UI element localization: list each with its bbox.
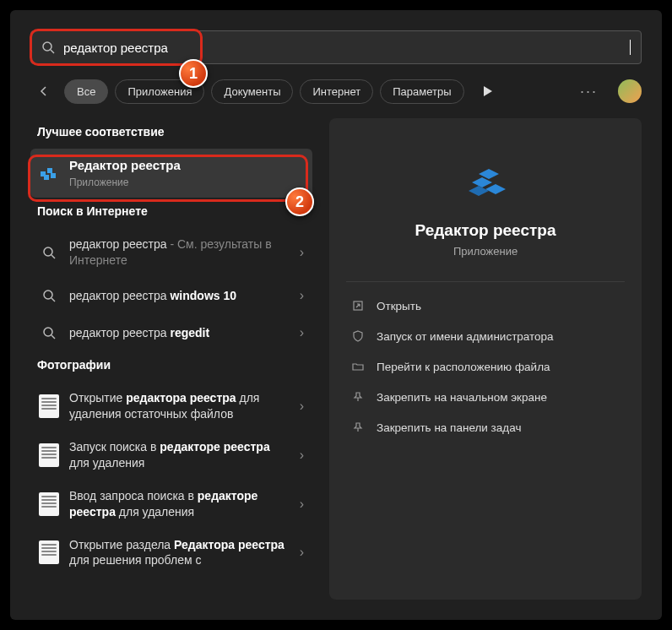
svg-line-1: [51, 50, 54, 53]
photo-result-text: Открытие раздела Редактора реестра для р…: [69, 537, 290, 569]
tab-apps[interactable]: Приложения: [115, 79, 204, 104]
play-icon: [484, 86, 492, 96]
divider: [346, 281, 625, 282]
results-column: Лучшее соответствие Редактор реестра При…: [10, 118, 322, 620]
chevron-right-icon: ›: [300, 545, 304, 560]
arrow-left-icon: [37, 84, 51, 98]
section-best-match: Лучшее соответствие: [30, 118, 312, 149]
tabs-row: Все Приложения Документы Интернет Параме…: [10, 71, 662, 118]
action-open[interactable]: Открыть: [346, 291, 625, 321]
chevron-right-icon: ›: [300, 245, 304, 260]
pin-icon: [351, 390, 365, 404]
best-match-title: Редактор реестра: [69, 157, 304, 174]
action-label: Открыть: [377, 300, 421, 312]
tab-all[interactable]: Все: [64, 79, 108, 104]
preview-title: Редактор реестра: [415, 221, 556, 240]
section-photos: Фотографии: [30, 351, 312, 382]
regedit-icon: [39, 163, 59, 183]
svg-point-10: [44, 328, 52, 336]
web-result[interactable]: редактор реестра windows 10 ›: [30, 277, 312, 314]
web-result-text: редактор реестра - См. результаты в Инте…: [69, 236, 290, 269]
text-caret: [630, 40, 631, 55]
document-thumb-icon: [39, 443, 59, 467]
chevron-right-icon: ›: [300, 399, 304, 414]
web-result-text: редактор реестра windows 10: [69, 288, 290, 304]
chevron-right-icon: ›: [300, 325, 304, 340]
action-run-as-admin[interactable]: Запуск от имени администратора: [346, 321, 625, 351]
tab-settings[interactable]: Параметры: [380, 79, 463, 104]
folder-icon: [351, 360, 365, 373]
web-result[interactable]: редактор реестра - См. результаты в Инте…: [30, 228, 312, 277]
svg-rect-5: [51, 173, 56, 178]
tab-internet[interactable]: Интернет: [300, 79, 373, 104]
document-thumb-icon: [39, 540, 59, 564]
web-result[interactable]: редактор реестра regedit ›: [30, 314, 312, 351]
best-match-text: Редактор реестра Приложение: [69, 157, 304, 189]
chevron-right-icon: ›: [300, 448, 304, 463]
action-label: Закрепить на панели задач: [377, 421, 521, 434]
tab-documents[interactable]: Документы: [211, 79, 293, 104]
more-tabs-button[interactable]: [474, 78, 501, 105]
chevron-right-icon: ›: [300, 288, 304, 303]
search-window: редактор реестра Все Приложения Документ…: [10, 10, 662, 620]
document-thumb-icon: [39, 394, 59, 418]
search-icon: [39, 242, 59, 263]
web-result-text: редактор реестра regedit: [69, 325, 290, 341]
preview-subtitle: Приложение: [453, 245, 518, 258]
photo-result[interactable]: Ввод запроса поиска в редакторе реестра …: [30, 480, 312, 529]
back-button[interactable]: [30, 78, 57, 105]
svg-rect-3: [47, 168, 52, 173]
svg-point-6: [44, 247, 52, 256]
action-pin-start[interactable]: Закрепить на начальном экране: [346, 382, 625, 412]
photo-result-text: Ввод запроса поиска в редакторе реестра …: [69, 488, 290, 520]
svg-point-0: [43, 42, 51, 51]
preview-head: Редактор реестра Приложение: [346, 138, 625, 281]
search-icon: [39, 323, 59, 343]
pin-icon: [351, 421, 365, 434]
search-icon: [39, 285, 59, 306]
photo-result[interactable]: Запуск поиска в редакторе реестра для уд…: [30, 431, 312, 480]
svg-line-9: [51, 298, 55, 301]
more-options-button[interactable]: ···: [573, 83, 604, 100]
search-box[interactable]: редактор реестра: [30, 30, 642, 64]
action-open-location[interactable]: Перейти к расположению файла: [346, 351, 625, 382]
avatar[interactable]: [618, 79, 642, 103]
search-icon: [41, 41, 55, 54]
photo-result[interactable]: Открытие редактора реестра для удаления …: [30, 382, 312, 431]
content: Лучшее соответствие Редактор реестра При…: [10, 118, 662, 620]
shield-icon: [351, 329, 365, 343]
action-label: Закрепить на начальном экране: [377, 391, 547, 404]
section-web-search: Поиск в Интернете: [30, 198, 312, 228]
preview-panel: Редактор реестра Приложение Открыть Запу…: [329, 118, 642, 600]
svg-rect-4: [44, 175, 49, 180]
action-label: Запуск от имени администратора: [377, 330, 554, 343]
svg-point-8: [44, 291, 52, 299]
photo-result-text: Открытие редактора реестра для удаления …: [69, 390, 290, 422]
best-match-subtitle: Приложение: [69, 176, 304, 189]
action-pin-taskbar[interactable]: Закрепить на панели задач: [346, 412, 625, 443]
regedit-icon-large: [462, 159, 509, 206]
search-input[interactable]: редактор реестра: [63, 41, 630, 55]
open-icon: [351, 299, 365, 312]
search-row: редактор реестра: [10, 10, 662, 71]
chevron-right-icon: ›: [300, 497, 304, 512]
svg-line-7: [51, 255, 55, 258]
svg-line-11: [51, 335, 55, 339]
best-match-item[interactable]: Редактор реестра Приложение: [30, 149, 312, 198]
action-label: Перейти к расположению файла: [377, 361, 550, 373]
photo-result[interactable]: Открытие раздела Редактора реестра для р…: [30, 529, 312, 578]
photo-result-text: Запуск поиска в редакторе реестра для уд…: [69, 439, 290, 471]
document-thumb-icon: [39, 492, 59, 516]
